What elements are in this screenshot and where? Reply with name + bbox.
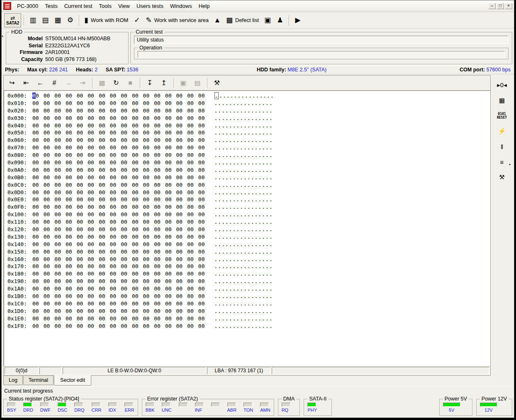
close-button[interactable]: × bbox=[505, 3, 512, 9]
hex-byte[interactable]: 00 bbox=[121, 144, 127, 151]
hex-byte[interactable]: 00 bbox=[44, 122, 50, 129]
hex-byte[interactable]: 00 bbox=[88, 226, 94, 233]
hex-byte[interactable]: 00 bbox=[110, 115, 117, 122]
hex-byte[interactable]: 00 bbox=[176, 203, 183, 211]
hex-byte[interactable]: 00 bbox=[54, 211, 61, 218]
work-with-rom-button[interactable]: ▮Work with ROM bbox=[82, 14, 131, 27]
last-sector-button[interactable]: ⇥ bbox=[76, 77, 89, 89]
hex-byte[interactable]: 00 bbox=[88, 100, 94, 107]
pause-button[interactable]: ‖ bbox=[494, 141, 509, 152]
hex-byte[interactable]: 00 bbox=[121, 137, 127, 144]
hex-byte[interactable]: 00 bbox=[187, 256, 194, 263]
hex-byte[interactable]: 00 bbox=[143, 300, 150, 308]
hex-byte[interactable]: 00 bbox=[121, 181, 127, 189]
hex-byte[interactable]: 00 bbox=[165, 181, 172, 189]
hex-byte[interactable]: 00 bbox=[99, 241, 105, 248]
hex-byte[interactable]: 00 bbox=[99, 107, 105, 115]
next-sector-button[interactable]: → bbox=[62, 77, 75, 89]
hex-byte[interactable]: 00 bbox=[66, 159, 72, 166]
hex-byte[interactable]: 00 bbox=[110, 203, 117, 211]
hex-byte[interactable]: 00 bbox=[88, 218, 94, 226]
hex-byte[interactable]: 00 bbox=[54, 181, 61, 189]
hex-byte[interactable]: 00 bbox=[54, 263, 61, 270]
hex-byte[interactable]: 00 bbox=[121, 226, 127, 233]
hex-byte[interactable]: 00 bbox=[165, 203, 172, 211]
hex-byte[interactable]: 00 bbox=[198, 270, 205, 278]
hex-byte[interactable]: 00 bbox=[32, 181, 39, 189]
hex-byte[interactable]: 00 bbox=[110, 107, 117, 115]
hex-byte[interactable]: 00 bbox=[187, 248, 194, 256]
hex-row[interactable]: 0x090:00000000000000000000000000000000..… bbox=[7, 159, 490, 166]
hex-byte[interactable]: 00 bbox=[110, 166, 117, 174]
hex-byte[interactable]: 00 bbox=[165, 107, 172, 115]
hex-byte[interactable]: 00 bbox=[99, 293, 105, 300]
hex-byte[interactable]: 00 bbox=[88, 159, 94, 166]
hex-byte[interactable]: 00 bbox=[44, 285, 50, 293]
hex-ascii[interactable]: ................ bbox=[214, 182, 273, 188]
hex-byte[interactable]: 00 bbox=[32, 129, 39, 137]
hex-byte[interactable]: 00 bbox=[77, 189, 83, 196]
skip-to-zero-button[interactable]: ▸0◂ bbox=[494, 79, 509, 91]
hex-byte[interactable]: 00 bbox=[77, 270, 83, 278]
hex-byte[interactable]: 00 bbox=[77, 211, 83, 218]
hex-byte[interactable]: 00 bbox=[198, 211, 205, 218]
hex-byte[interactable]: 00 bbox=[165, 144, 172, 151]
hex-row[interactable]: 0x1D0:00000000000000000000000000000000..… bbox=[7, 308, 490, 315]
hex-byte[interactable]: 00 bbox=[143, 174, 150, 181]
hex-byte[interactable]: 00 bbox=[88, 300, 94, 308]
hex-byte[interactable]: 00 bbox=[88, 122, 94, 129]
hex-byte[interactable]: 00 bbox=[132, 166, 139, 174]
hex-byte[interactable]: 00 bbox=[77, 151, 83, 159]
hex-row[interactable]: 0x060:00000000000000000000000000000000..… bbox=[7, 137, 490, 144]
hex-byte[interactable]: 00 bbox=[154, 196, 161, 203]
hex-byte[interactable]: 00 bbox=[110, 129, 117, 137]
hex-byte[interactable]: 00 bbox=[198, 203, 205, 211]
hex-byte[interactable]: 00 bbox=[99, 100, 105, 107]
hex-byte[interactable]: 00 bbox=[165, 129, 172, 137]
hex-byte[interactable]: 00 bbox=[110, 218, 117, 226]
hex-byte[interactable]: 00 bbox=[99, 218, 105, 226]
hex-byte[interactable]: 00 bbox=[54, 137, 61, 144]
hex-byte[interactable]: 00 bbox=[176, 308, 183, 315]
hex-byte[interactable]: 00 bbox=[198, 218, 205, 226]
hex-byte[interactable]: 00 bbox=[110, 248, 117, 256]
hex-byte[interactable]: 00 bbox=[32, 293, 39, 300]
hex-byte[interactable]: 00 bbox=[187, 92, 194, 100]
hex-byte[interactable]: 00 bbox=[121, 300, 127, 308]
hex-byte[interactable]: 00 bbox=[66, 233, 72, 241]
hex-byte[interactable]: 00 bbox=[132, 107, 139, 115]
hex-byte[interactable]: 00 bbox=[132, 300, 139, 308]
firmware-chip-button[interactable]: ▦ bbox=[51, 14, 64, 27]
hex-byte[interactable]: 00 bbox=[66, 100, 72, 107]
hex-ascii[interactable]: ................ bbox=[214, 271, 273, 277]
hex-byte[interactable]: 00 bbox=[66, 144, 72, 151]
hex-byte[interactable]: 00 bbox=[88, 256, 94, 263]
hex-byte[interactable]: 00 bbox=[165, 122, 172, 129]
hex-byte[interactable]: 00 bbox=[88, 278, 94, 285]
hex-byte[interactable]: 00 bbox=[187, 226, 194, 233]
hex-byte[interactable]: 00 bbox=[154, 144, 161, 151]
hex-byte[interactable]: 00 bbox=[121, 166, 127, 174]
hex-byte[interactable]: 00 bbox=[176, 322, 183, 330]
edit-tools-button[interactable]: ⚒ bbox=[210, 77, 224, 89]
hex-byte[interactable]: 00 bbox=[77, 107, 83, 115]
hex-byte[interactable]: 00 bbox=[110, 92, 117, 100]
hex-byte[interactable]: 00 bbox=[110, 233, 117, 241]
dropdown-caret-icon[interactable]: ▾ bbox=[509, 163, 511, 166]
hex-byte[interactable]: 00 bbox=[132, 315, 139, 322]
hex-byte[interactable]: 00 bbox=[143, 211, 150, 218]
hex-byte[interactable]: 00 bbox=[198, 92, 205, 100]
menu-users-tests[interactable]: Users tests bbox=[133, 2, 167, 10]
hex-byte[interactable]: 00 bbox=[66, 263, 72, 270]
hex-byte[interactable]: 00 bbox=[99, 196, 105, 203]
hex-row[interactable]: 0x190:00000000000000000000000000000000..… bbox=[7, 278, 490, 285]
hex-byte[interactable]: 00 bbox=[165, 196, 172, 203]
hex-byte[interactable]: 00 bbox=[187, 263, 194, 270]
hex-byte[interactable]: 00 bbox=[99, 122, 105, 129]
hex-byte[interactable]: 00 bbox=[44, 174, 50, 181]
hex-byte[interactable]: 00 bbox=[165, 174, 172, 181]
hex-byte[interactable]: 00 bbox=[143, 107, 150, 115]
hex-byte[interactable]: 00 bbox=[66, 115, 72, 122]
hex-ascii[interactable]: ................ bbox=[214, 249, 273, 255]
hex-byte[interactable]: 00 bbox=[132, 256, 139, 263]
